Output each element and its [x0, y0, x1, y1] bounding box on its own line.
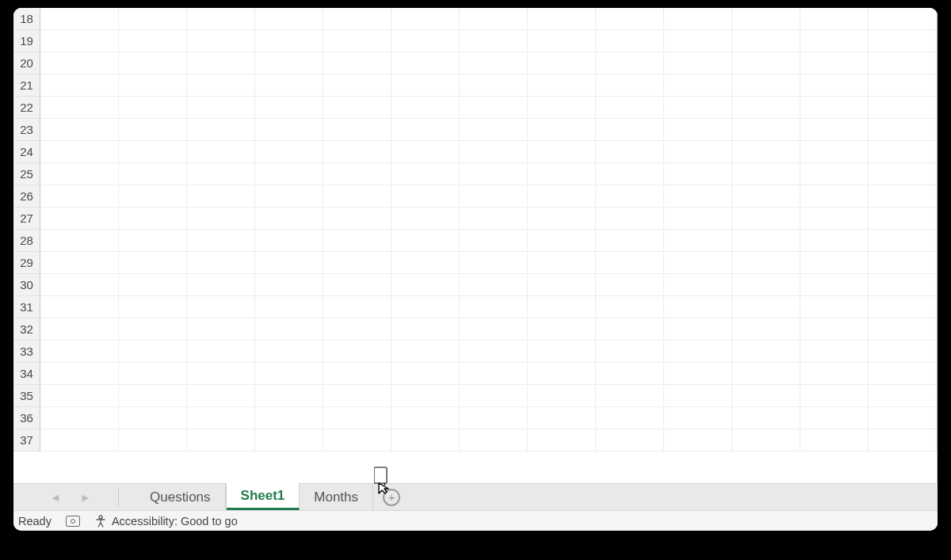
cell[interactable]: [800, 141, 869, 163]
cell[interactable]: [596, 52, 664, 74]
cell[interactable]: [869, 74, 937, 97]
cell[interactable]: [869, 208, 937, 230]
cell[interactable]: [255, 30, 323, 52]
cell[interactable]: [664, 363, 732, 385]
cell[interactable]: [40, 407, 119, 429]
cell[interactable]: [40, 296, 119, 318]
cell[interactable]: [391, 252, 460, 274]
cell[interactable]: [528, 429, 596, 451]
cell[interactable]: [732, 119, 800, 141]
cell[interactable]: [255, 429, 323, 451]
cell[interactable]: [40, 363, 119, 385]
cell[interactable]: [119, 296, 187, 318]
cell[interactable]: [323, 429, 391, 451]
cell[interactable]: [460, 274, 528, 296]
cell[interactable]: [40, 97, 119, 119]
cell[interactable]: [255, 385, 323, 407]
cell[interactable]: [187, 185, 255, 208]
cell[interactable]: [732, 97, 800, 119]
cell[interactable]: [596, 119, 664, 141]
cell[interactable]: [255, 407, 323, 429]
cell[interactable]: [187, 208, 255, 230]
cell[interactable]: [391, 119, 460, 141]
cell[interactable]: [187, 341, 255, 363]
cell[interactable]: [323, 185, 391, 208]
cell[interactable]: [119, 119, 187, 141]
cell[interactable]: [869, 363, 937, 385]
cell[interactable]: [800, 74, 869, 97]
cell[interactable]: [187, 119, 255, 141]
cell[interactable]: [391, 74, 460, 97]
cell[interactable]: [869, 318, 937, 341]
cell[interactable]: [119, 141, 187, 163]
cell[interactable]: [255, 341, 323, 363]
cell[interactable]: [528, 274, 596, 296]
cell[interactable]: [869, 119, 937, 141]
cell[interactable]: [800, 363, 869, 385]
sheet-tab-questions[interactable]: Questions: [136, 484, 226, 510]
cell[interactable]: [119, 341, 187, 363]
row-header[interactable]: 32: [13, 318, 40, 341]
cell[interactable]: [869, 97, 937, 119]
cell[interactable]: [664, 30, 732, 52]
cell[interactable]: [732, 208, 800, 230]
cell[interactable]: [119, 208, 187, 230]
cell[interactable]: [732, 74, 800, 97]
cell[interactable]: [869, 8, 937, 30]
cell[interactable]: [869, 163, 937, 185]
cell[interactable]: [528, 141, 596, 163]
cell[interactable]: [119, 163, 187, 185]
cell[interactable]: [40, 30, 119, 52]
cell[interactable]: [323, 97, 391, 119]
cell[interactable]: [664, 230, 732, 252]
cell[interactable]: [732, 341, 800, 363]
cell[interactable]: [391, 208, 460, 230]
cell[interactable]: [460, 97, 528, 119]
cell[interactable]: [732, 163, 800, 185]
cell[interactable]: [800, 252, 869, 274]
cell[interactable]: [187, 141, 255, 163]
cell[interactable]: [391, 30, 460, 52]
cell[interactable]: [119, 274, 187, 296]
cell[interactable]: [732, 230, 800, 252]
cell[interactable]: [528, 252, 596, 274]
cell[interactable]: [187, 97, 255, 119]
cell[interactable]: [187, 296, 255, 318]
cell[interactable]: [596, 163, 664, 185]
cell[interactable]: [323, 385, 391, 407]
cell[interactable]: [869, 296, 937, 318]
cell[interactable]: [664, 119, 732, 141]
cell[interactable]: [255, 274, 323, 296]
cell[interactable]: [732, 185, 800, 208]
cell[interactable]: [664, 97, 732, 119]
cell[interactable]: [255, 74, 323, 97]
cell[interactable]: [596, 385, 664, 407]
row-header[interactable]: 28: [13, 230, 40, 252]
cell[interactable]: [255, 52, 323, 74]
row-header[interactable]: 21: [13, 74, 40, 97]
cell[interactable]: [187, 30, 255, 52]
cell[interactable]: [323, 363, 391, 385]
cell[interactable]: [255, 8, 323, 30]
cell[interactable]: [255, 363, 323, 385]
cell[interactable]: [664, 163, 732, 185]
cell[interactable]: [391, 141, 460, 163]
cell[interactable]: [664, 296, 732, 318]
cell[interactable]: [255, 119, 323, 141]
cell[interactable]: [391, 429, 460, 451]
cell[interactable]: [596, 274, 664, 296]
cell[interactable]: [596, 230, 664, 252]
accessibility-status[interactable]: Accessibility: Good to go: [94, 515, 238, 528]
spreadsheet-grid[interactable]: 1819202122232425262728293031323334353637: [13, 8, 938, 483]
cell[interactable]: [800, 385, 869, 407]
cell[interactable]: [596, 97, 664, 119]
cell[interactable]: [460, 163, 528, 185]
cell[interactable]: [800, 230, 869, 252]
cell[interactable]: [460, 318, 528, 341]
cell[interactable]: [460, 119, 528, 141]
cell[interactable]: [391, 230, 460, 252]
cell[interactable]: [869, 141, 937, 163]
cell[interactable]: [119, 230, 187, 252]
cell[interactable]: [460, 208, 528, 230]
cell[interactable]: [119, 252, 187, 274]
